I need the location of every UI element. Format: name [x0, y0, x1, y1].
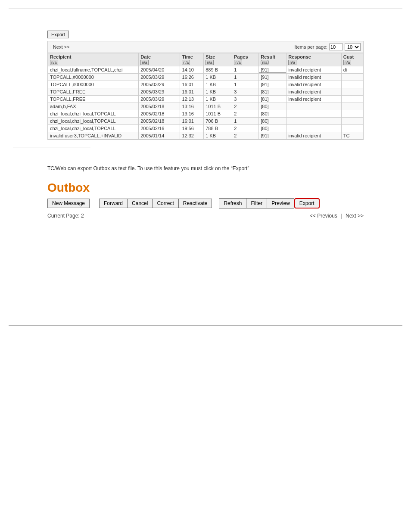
cell-time: 16:26	[180, 74, 204, 81]
cell-response	[286, 125, 341, 132]
cell-recipient: TOPCALL,#0000000	[48, 81, 139, 88]
outbox-toolbar: New Message Forward Cancel Correct React…	[47, 198, 364, 208]
cell-time: 16:01	[180, 118, 204, 125]
outbox-section: Outbox New Message Forward Cancel Correc…	[47, 181, 364, 226]
cell-pages: 2	[232, 110, 259, 118]
correct-button[interactable]: Correct	[152, 199, 178, 208]
cell-response	[286, 103, 341, 110]
cell-size: 706 B	[204, 118, 232, 125]
cell-response: invalid recipient	[286, 66, 341, 74]
cell-time: 14:10	[180, 66, 204, 74]
table-items-per-page: Items per page: 10 25 50	[295, 43, 361, 51]
sort-result[interactable]: n/a	[261, 60, 269, 65]
sort-pages[interactable]: n/a	[234, 60, 242, 65]
cell-response	[286, 110, 341, 118]
cell-date: 2005/03/29	[139, 96, 180, 103]
cell-pages: 2	[232, 103, 259, 110]
cell-cust	[341, 81, 363, 88]
cell-date: 2005/02/18	[139, 103, 180, 110]
cell-response: invalid recipient	[286, 96, 341, 103]
cell-time: 12:32	[180, 132, 204, 140]
col-size: Size n/a	[204, 53, 232, 66]
col-time: Time n/a	[180, 53, 204, 66]
toolbar-group-1: Forward Cancel Correct Reactivate	[99, 199, 212, 208]
table-row[interactable]: chzi_local,chzi_local,TOPCALL2005/02/181…	[48, 110, 363, 118]
cell-pages: 1	[232, 66, 259, 74]
table-row[interactable]: TOPCALL,FREE2005/03/2916:011 KB3[81]inva…	[48, 88, 363, 96]
cell-size: 1 KB	[204, 96, 232, 103]
toolbar-group-2: Refresh Filter Preview Export	[219, 198, 319, 208]
cell-size: 1 KB	[204, 81, 232, 88]
col-cust: Cust n/a	[341, 53, 363, 66]
refresh-button[interactable]: Refresh	[219, 198, 246, 208]
cell-size: 1 KB	[204, 132, 232, 140]
table-row[interactable]: TOPCALL,#00000002005/03/2916:261 KB1[91]…	[48, 74, 363, 81]
items-per-page-input[interactable]	[329, 44, 343, 50]
top-divider	[9, 9, 402, 9]
sort-cust[interactable]: n/a	[343, 60, 352, 65]
cell-pages: 3	[232, 96, 259, 103]
cell-size: 1 KB	[204, 88, 232, 96]
table-row[interactable]: invalid user3,TOPCALL,+INVALID2005/01/14…	[48, 132, 363, 140]
cell-recipient: chzi_local,fullname,TOPCALL,chzi	[48, 66, 139, 74]
cell-pages: 3	[232, 88, 259, 96]
cell-cust	[341, 74, 363, 81]
table-row[interactable]: adam,b,FAX2005/02/1813:161011 B2[80]	[48, 103, 363, 110]
col-response: Response n/a	[286, 53, 341, 66]
forward-button[interactable]: Forward	[99, 199, 127, 208]
sort-response[interactable]: n/a	[288, 60, 296, 65]
table-header-row: Recipient n/a Date n/a Time n/a Size n/a	[48, 53, 363, 66]
cell-time: 13:16	[180, 103, 204, 110]
export-button-top[interactable]: Export	[47, 31, 69, 38]
outbox-pagination: Current Page: 2 << Previous | Next >>	[47, 213, 364, 219]
previous-link[interactable]: << Previous	[310, 213, 337, 219]
cell-cust	[341, 110, 363, 118]
table-row[interactable]: TOPCALL,#00000002005/03/2916:011 KB1[91]…	[48, 81, 363, 88]
cell-response	[286, 118, 341, 125]
data-table: Recipient n/a Date n/a Time n/a Size n/a	[48, 53, 363, 140]
cell-recipient: chzi_local,chzi_local,TOPCALL	[48, 118, 139, 125]
cell-recipient: TOPCALL,FREE	[48, 96, 139, 103]
table-row[interactable]: chzi_local,chzi_local,TOPCALL2005/02/161…	[48, 125, 363, 132]
sort-time[interactable]: n/a	[182, 60, 190, 65]
cell-cust: di	[341, 66, 363, 74]
cell-result: [80]	[259, 103, 286, 110]
cell-recipient: chzi_local,chzi_local,TOPCALL	[48, 110, 139, 118]
cancel-button[interactable]: Cancel	[127, 199, 152, 208]
cell-time: 16:01	[180, 88, 204, 96]
cell-pages: 1	[232, 74, 259, 81]
cell-time: 19:56	[180, 125, 204, 132]
description-text: TC/Web can export Outbox as text file. T…	[47, 165, 364, 172]
new-message-button[interactable]: New Message	[47, 199, 90, 208]
sort-recipient[interactable]: n/a	[50, 60, 58, 65]
cell-response: invalid recipient	[286, 132, 341, 140]
table-nav: | Next >> Items per page: 10 25 50	[48, 41, 363, 53]
table-prev-next[interactable]: | Next >>	[50, 44, 69, 50]
sort-date[interactable]: n/a	[140, 60, 149, 65]
col-result: Result n/a	[259, 53, 286, 66]
cell-recipient: invalid user3,TOPCALL,+INVALID	[48, 132, 139, 140]
cell-pages: 1	[232, 81, 259, 88]
cell-result: [91]invalid recipient/undefined error co…	[259, 66, 286, 74]
cell-result: [91]	[259, 81, 286, 88]
filter-button[interactable]: Filter	[246, 198, 267, 208]
table-row[interactable]: chzi_local,chzi_local,TOPCALL2005/02/181…	[48, 118, 363, 125]
bottom-divider	[9, 325, 402, 326]
sort-size[interactable]: n/a	[206, 60, 214, 65]
tooltip-box: invalid recipient/undefined error code	[259, 72, 286, 74]
pagination-right: << Previous | Next >>	[310, 213, 364, 219]
cell-size: 1 KB	[204, 74, 232, 81]
preview-button[interactable]: Preview	[267, 198, 294, 208]
table-row[interactable]: TOPCALL,FREE2005/03/2912:131 KB3[81]inva…	[48, 96, 363, 103]
cell-date: 2005/02/18	[139, 118, 180, 125]
col-date: Date n/a	[139, 53, 180, 66]
items-per-page-select[interactable]: 10 25 50	[345, 43, 361, 51]
table-row[interactable]: chzi_local,fullname,TOPCALL,chzi2005/04/…	[48, 66, 363, 74]
export-button-outbox[interactable]: Export	[294, 198, 320, 208]
col-recipient: Recipient n/a	[48, 53, 139, 66]
cell-size: 889 B	[204, 66, 232, 74]
cell-date: 2005/04/20	[139, 66, 180, 74]
cell-date: 2005/02/16	[139, 125, 180, 132]
next-link[interactable]: Next >>	[346, 213, 364, 219]
reactivate-button[interactable]: Reactivate	[178, 199, 212, 208]
